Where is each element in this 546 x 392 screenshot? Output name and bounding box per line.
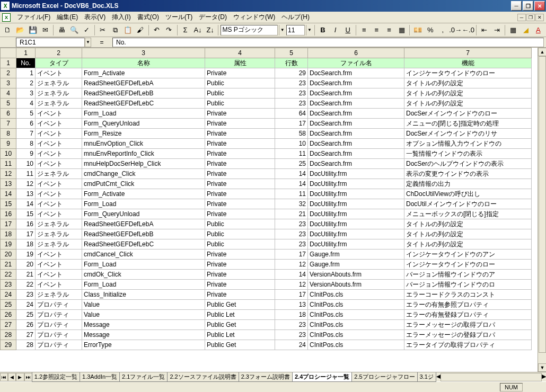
save-icon[interactable]: 💾: [27, 24, 39, 36]
cell[interactable]: DocSearch.frm: [308, 149, 404, 159]
cell[interactable]: イベント: [36, 159, 82, 169]
cell[interactable]: 18: [16, 239, 36, 250]
cell[interactable]: Private: [205, 209, 275, 219]
cell[interactable]: cmdChange_Click: [82, 169, 205, 179]
cell[interactable]: イベント: [36, 189, 82, 199]
row-header[interactable]: 21: [1, 260, 16, 270]
cell[interactable]: CInitPos.cls: [308, 310, 404, 320]
row-header[interactable]: 11: [1, 159, 16, 169]
cell[interactable]: 13: [275, 300, 308, 310]
cell[interactable]: 15: [16, 209, 36, 219]
cell[interactable]: Form_QueryUnload: [82, 119, 205, 129]
cell[interactable]: Private: [205, 250, 275, 260]
row-header[interactable]: 29: [1, 340, 16, 350]
cell[interactable]: DocSearch.frm: [308, 109, 404, 119]
cell[interactable]: DocUtility.frm: [308, 239, 404, 250]
cell[interactable]: バージョン情報ウインドウのア: [404, 270, 532, 280]
cell[interactable]: Form_Load: [82, 199, 205, 209]
cell[interactable]: Form_Activate: [82, 68, 205, 78]
cell[interactable]: 32: [275, 199, 308, 209]
cell[interactable]: ジェネラル: [36, 219, 82, 229]
cell[interactable]: 17: [275, 250, 308, 260]
menu-item[interactable]: 表示(V): [81, 12, 109, 22]
cell[interactable]: プロパティ: [36, 310, 82, 320]
cell[interactable]: 表示の変更ウインドウの表示: [404, 169, 532, 179]
cell[interactable]: 23: [275, 239, 308, 250]
increase-indent-icon[interactable]: ⇥: [491, 24, 503, 36]
menu-item[interactable]: データ(D): [196, 12, 230, 22]
cell[interactable]: DocSearch.frm: [308, 99, 404, 109]
cell[interactable]: ジェネラル: [36, 169, 82, 179]
cell[interactable]: VersionAbouts.frm: [308, 270, 404, 280]
column-header[interactable]: 3: [82, 48, 205, 58]
cell[interactable]: エラーの有無参照プロパティ: [404, 300, 532, 310]
cell[interactable]: Private: [205, 260, 275, 270]
row-header[interactable]: 6: [1, 109, 16, 119]
redo-icon[interactable]: ↷: [163, 24, 175, 36]
cell[interactable]: ChDocUtilViewの呼び出し: [404, 189, 532, 199]
cell[interactable]: Public Let: [205, 330, 275, 340]
sheet-tab[interactable]: 1.2参照設定一覧: [32, 372, 80, 382]
cell[interactable]: DocUtility.frm: [308, 209, 404, 219]
decrease-indent-icon[interactable]: ⇤: [479, 24, 490, 36]
cell[interactable]: 14: [16, 199, 36, 209]
menu-item[interactable]: ツール(T): [162, 12, 196, 22]
cell[interactable]: エラーメッセージの登録プロパ: [404, 330, 532, 340]
cell[interactable]: Public: [205, 239, 275, 250]
font-size-select[interactable]: 11: [286, 25, 305, 35]
cell[interactable]: CInitPos.cls: [308, 340, 404, 350]
cell[interactable]: Public: [205, 229, 275, 239]
cell[interactable]: DocSearch.frm: [308, 139, 404, 149]
cell[interactable]: イベント: [36, 109, 82, 119]
cell[interactable]: 20: [16, 260, 36, 270]
mdi-close-button[interactable]: ✕: [535, 14, 544, 21]
cell[interactable]: ジェネラル: [36, 239, 82, 250]
cell[interactable]: Form_QueryUnload: [82, 209, 205, 219]
autosum-icon[interactable]: Σ: [180, 24, 191, 36]
cell[interactable]: 17: [275, 119, 308, 129]
row-header[interactable]: 23: [1, 280, 16, 290]
row-header[interactable]: 24: [1, 290, 16, 300]
underline-icon[interactable]: U: [342, 24, 354, 36]
tab-nav-next-icon[interactable]: ▶: [16, 373, 24, 381]
cell[interactable]: イベント: [36, 129, 82, 139]
tab-nav-last-icon[interactable]: ⏭: [24, 373, 32, 381]
cell[interactable]: 10: [16, 159, 36, 169]
cell[interactable]: 58: [275, 129, 308, 139]
cell[interactable]: 24: [16, 300, 36, 310]
tab-nav-first-icon[interactable]: ⏮: [0, 373, 8, 381]
cell[interactable]: ジェネラル: [36, 290, 82, 300]
cell[interactable]: 5: [16, 109, 36, 119]
cell[interactable]: DocUtility.frm: [308, 169, 404, 179]
table-header-cell[interactable]: 機能: [404, 58, 532, 68]
table-header-cell[interactable]: ファイル名: [308, 58, 404, 68]
cell[interactable]: 21: [16, 270, 36, 280]
cell[interactable]: ReadSheetGEFDefLebA: [82, 78, 205, 88]
size-dropdown-icon[interactable]: ▼: [306, 25, 312, 35]
cell[interactable]: Private: [205, 119, 275, 129]
cell[interactable]: Public Get: [205, 340, 275, 350]
cell[interactable]: Private: [205, 129, 275, 139]
cell[interactable]: Public Let: [205, 310, 275, 320]
cell[interactable]: Private: [205, 149, 275, 159]
cell[interactable]: 64: [275, 109, 308, 119]
name-box-dropdown-icon[interactable]: ▼: [85, 38, 91, 47]
cell[interactable]: ReadSheetGEFDefLebB: [82, 229, 205, 239]
scroll-right-icon[interactable]: ▶: [542, 373, 546, 381]
cell[interactable]: 17: [16, 229, 36, 239]
cell[interactable]: プロパティ: [36, 340, 82, 350]
cell[interactable]: DocUtility.frm: [308, 219, 404, 229]
cell[interactable]: ジェネラル: [36, 88, 82, 99]
worksheet-grid[interactable]: 1234567 1 No.タイプ名称属性行数ファイル名機能 21イベントForm…: [0, 48, 546, 372]
cell[interactable]: 23: [275, 330, 308, 340]
cell[interactable]: インジケータウインドウのロー: [404, 68, 532, 78]
font-color-icon[interactable]: A: [533, 24, 544, 36]
cell[interactable]: DocSearch.frm: [308, 119, 404, 129]
sheet-tab[interactable]: 2.5プロシージャフロー: [351, 372, 417, 382]
cell[interactable]: バージョン情報ウインドウのロ: [404, 280, 532, 290]
cell[interactable]: オプション情報入力ウインドウの: [404, 139, 532, 149]
cell[interactable]: Form_Resize: [82, 129, 205, 139]
spellcheck-icon[interactable]: ✓: [81, 24, 93, 36]
cell[interactable]: タイトルの列の設定: [404, 219, 532, 229]
cell[interactable]: イベント: [36, 179, 82, 189]
